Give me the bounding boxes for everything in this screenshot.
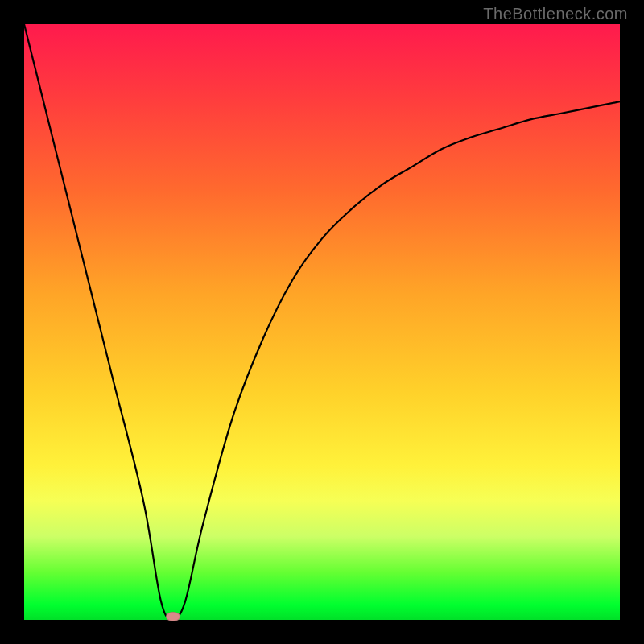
bottleneck-curve: [24, 24, 620, 620]
minimum-marker: [166, 612, 180, 621]
watermark-text: TheBottleneck.com: [483, 5, 628, 23]
chart-frame: TheBottleneck.com: [0, 0, 644, 644]
plot-area: [24, 24, 620, 620]
